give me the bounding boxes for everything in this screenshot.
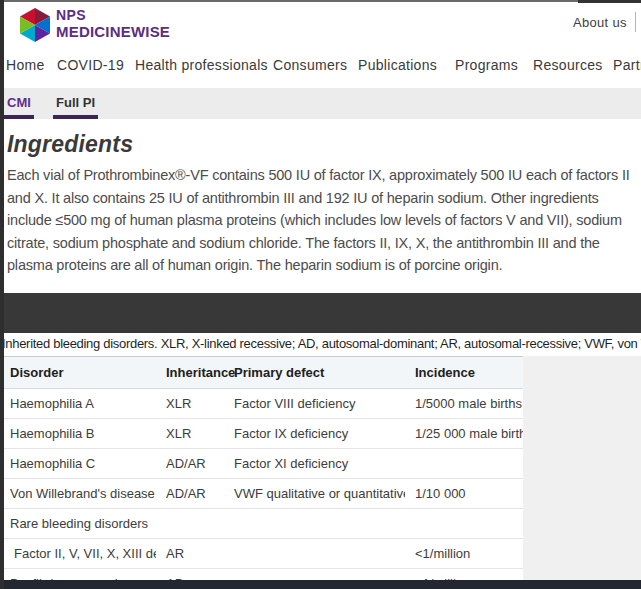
bleeding-disorders-table: Disorder Inheritance Primary defect Inci… — [0, 356, 523, 580]
cell-incidence: 1/5000 male births — [405, 389, 523, 419]
logo-wordmark: NPS MEDICINEWISE — [56, 8, 170, 39]
nav-item-programs[interactable]: Programs — [455, 57, 518, 73]
table-row: Haemophilia B XLR Factor IX deficiency 1… — [0, 419, 523, 449]
cell-inheritance: AR — [156, 539, 224, 569]
nav-item-publications[interactable]: Publications — [358, 57, 437, 73]
figure-caption: Inherited bleeding disorders. XLR, X-lin… — [2, 336, 641, 351]
table-row: Haemophilia C AD/AR Factor XI deficiency — [0, 449, 523, 479]
col-header-disorder: Disorder — [0, 357, 156, 389]
cell-inheritance: AD — [156, 569, 224, 581]
tab-cmi[interactable]: CMI — [4, 88, 34, 119]
figure-bottom-bar — [0, 580, 641, 589]
col-header-primary-defect: Primary defect — [224, 357, 405, 389]
nav-item-consumers[interactable]: Consumers — [273, 57, 347, 73]
cell-defect: Factor XI deficiency — [224, 449, 405, 479]
cell-disorder: Von Willebrand's disease — [0, 479, 156, 509]
cell-defect — [224, 569, 405, 581]
figure-top-bar — [0, 293, 641, 333]
cell-defect — [224, 539, 405, 569]
nps-logo-icon — [20, 8, 50, 42]
nps-medicinewise-logo[interactable]: NPS MEDICINEWISE — [20, 8, 170, 42]
nav-item-covid-19[interactable]: COVID-19 — [57, 57, 124, 73]
table-row: Factor II, V, VII, X, XIII deficiency AR… — [0, 539, 523, 569]
cell-incidence: <1/million — [405, 569, 523, 581]
window-left-edge — [0, 0, 4, 589]
cell-inheritance: XLR — [156, 419, 224, 449]
cell-disorder: Haemophilia C — [0, 449, 156, 479]
cell-inheritance: AD/AR — [156, 449, 224, 479]
cell-defect: Factor VIII deficiency — [224, 389, 405, 419]
nav-item-home[interactable]: Home — [6, 57, 45, 73]
page-title: Ingredients — [7, 131, 133, 158]
col-header-incidence: Incidence — [405, 357, 523, 389]
logo-line1: NPS — [56, 8, 170, 22]
window-top-right-edge — [578, 0, 641, 3]
ingredients-paragraph: Each vial of Prothrombinex®-VF contains … — [7, 164, 639, 290]
nav-item-health-professionals[interactable]: Health professionals — [135, 57, 268, 73]
header-separator — [635, 12, 636, 32]
table-row: Haemophilia A XLR Factor VIII deficiency… — [0, 389, 523, 419]
table-side-filler — [523, 356, 641, 580]
table-row: Dysfibrinogenaemia AD <1/million — [0, 569, 523, 581]
tab-strip: CMI Full PI — [0, 88, 641, 119]
table-section-row: Rare bleeding disorders — [0, 509, 523, 539]
nav-item-resources[interactable]: Resources — [533, 57, 603, 73]
window-top-edge — [0, 0, 641, 2]
table-row: Von Willebrand's disease AD/AR VWF quali… — [0, 479, 523, 509]
nav-item-partners[interactable]: Partners — [613, 57, 641, 73]
cell-incidence: 1/10 000 — [405, 479, 523, 509]
cell-disorder: Haemophilia A — [0, 389, 156, 419]
section-label: Rare bleeding disorders — [0, 509, 523, 539]
cell-disorder: Dysfibrinogenaemia — [0, 569, 156, 581]
cell-incidence: <1/million — [405, 539, 523, 569]
cell-incidence — [405, 449, 523, 479]
cell-disorder: Factor II, V, VII, X, XIII deficiency — [0, 539, 156, 569]
cell-disorder: Haemophilia B — [0, 419, 156, 449]
cell-incidence: 1/25 000 male births — [405, 419, 523, 449]
cell-inheritance: AD/AR — [156, 479, 224, 509]
table-header-row: Disorder Inheritance Primary defect Inci… — [0, 357, 523, 389]
about-us-link[interactable]: About us — [573, 15, 627, 30]
cell-inheritance: XLR — [156, 389, 224, 419]
tab-full-pi[interactable]: Full PI — [53, 88, 98, 119]
cell-defect: VWF qualitative or quantitative defect — [224, 479, 405, 509]
col-header-inheritance: Inheritance — [156, 357, 224, 389]
cell-defect: Factor IX deficiency — [224, 419, 405, 449]
logo-line2: MEDICINEWISE — [56, 24, 170, 39]
